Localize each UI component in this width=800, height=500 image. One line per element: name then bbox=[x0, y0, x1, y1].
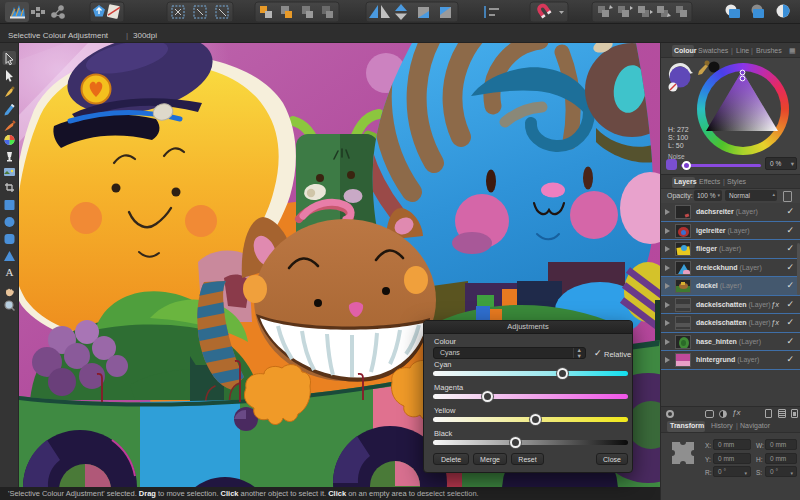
svg-text:A: A bbox=[6, 266, 14, 278]
